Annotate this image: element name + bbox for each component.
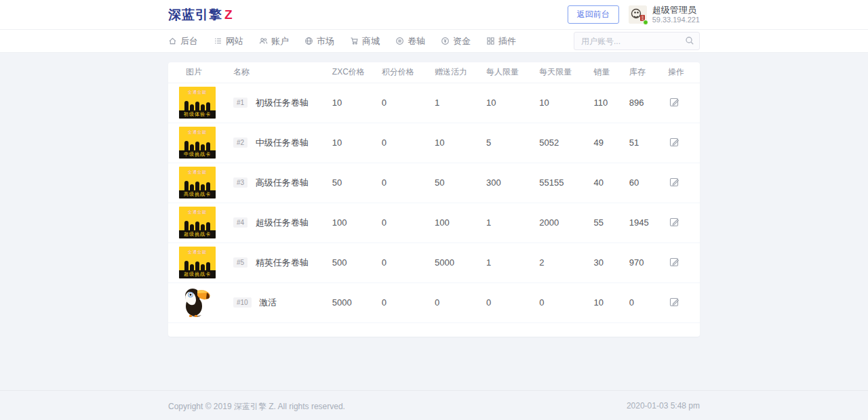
table-row: 全通全能 超级挑战卡 #5 精英任务卷轴 500 0 xyxy=(168,243,700,282)
zxc-price-cell: 10 xyxy=(332,123,382,163)
items-table-card: 图片 名称 ZXC价格 积分价格 赠送活力 每人限量 每天限量 销量 库存 操作… xyxy=(168,62,700,337)
column-header-per-person: 每人限量 xyxy=(486,62,539,83)
user-block[interactable]: 超级管理员 59.33.194.221 xyxy=(629,5,700,25)
table-footer-strip xyxy=(168,322,700,337)
page: 深蓝引擎Z 返回前台 xyxy=(0,0,868,420)
edit-icon xyxy=(669,97,679,107)
table-row: 全通全能 初级体验卡 #1 初级任务卷轴 10 0 xyxy=(168,83,700,123)
point-price-cell: 0 xyxy=(382,123,435,163)
column-header-actions: 操作 xyxy=(668,62,700,83)
table-body: 全通全能 初级体验卡 #1 初级任务卷轴 10 0 xyxy=(168,83,700,322)
nav-label: 资金 xyxy=(453,35,471,47)
edit-icon xyxy=(669,257,679,267)
nav-label: 账户 xyxy=(271,35,289,47)
page-footer: Copyright © 2019 深蓝引擎 Z. All rights rese… xyxy=(0,390,868,420)
users-icon xyxy=(259,37,268,45)
edit-button[interactable] xyxy=(668,295,681,310)
nav-item-plugins[interactable]: 插件 xyxy=(486,35,516,47)
vitality-cell: 100 xyxy=(435,203,486,243)
item-id-badge: #10 xyxy=(233,297,252,308)
home-icon xyxy=(168,37,177,45)
nav-label: 网站 xyxy=(226,35,243,47)
nav-bar: 后台 网站 账户 市场 商城 xyxy=(0,30,868,53)
copyright-text: Copyright © 2019 深蓝引擎 Z. All rights rese… xyxy=(168,401,345,413)
table-row: #10 激活 5000 0 0 0 0 10 0 xyxy=(168,282,700,322)
item-name: 高级任务卷轴 xyxy=(256,177,309,188)
item-image-card: 全通全能 超级挑战卡 xyxy=(179,207,216,238)
per-person-cell: 1 xyxy=(486,243,539,282)
card-drip-shape xyxy=(179,140,216,150)
stock-cell: 60 xyxy=(629,163,668,203)
card-top-text: 全通全能 xyxy=(179,129,216,135)
globe-icon xyxy=(304,37,313,45)
search-input[interactable] xyxy=(574,32,700,50)
logo-text: 深蓝引擎 xyxy=(168,7,222,22)
vitality-cell: 0 xyxy=(435,282,486,322)
nav-label: 商城 xyxy=(362,35,380,47)
edit-button[interactable] xyxy=(668,215,681,230)
user-name: 超级管理员 xyxy=(652,5,700,16)
card-drip-shape xyxy=(179,220,216,230)
point-price-cell: 0 xyxy=(382,83,435,123)
edit-button[interactable] xyxy=(668,175,681,190)
nav-label: 卷轴 xyxy=(408,35,425,47)
nav-items: 后台 网站 账户 市场 商城 xyxy=(168,35,516,47)
per-person-cell: 300 xyxy=(486,163,539,203)
column-header-sales: 销量 xyxy=(594,62,629,83)
edit-icon xyxy=(669,177,679,187)
table-row: 全通全能 高级挑战卡 #3 高级任务卷轴 50 0 xyxy=(168,163,700,203)
per-day-cell: 0 xyxy=(539,282,593,322)
nav-item-website[interactable]: 网站 xyxy=(214,35,243,47)
user-ip: 59.33.194.221 xyxy=(652,16,700,25)
zxc-price-cell: 500 xyxy=(332,243,382,282)
point-price-cell: 0 xyxy=(382,282,435,322)
zxc-price-cell: 10 xyxy=(332,83,382,123)
card-top-text: 全通全能 xyxy=(179,169,216,175)
column-header-per-day: 每天限量 xyxy=(539,62,593,83)
column-header-vitality: 赠送活力 xyxy=(435,62,486,83)
nav-item-mall[interactable]: 商城 xyxy=(350,35,380,47)
edit-icon xyxy=(669,297,679,307)
per-person-cell: 0 xyxy=(486,282,539,322)
nav-item-accounts[interactable]: 账户 xyxy=(259,35,289,47)
item-id-badge: #5 xyxy=(233,257,248,268)
top-header: 深蓝引擎Z 返回前台 xyxy=(0,0,868,30)
scroll-icon xyxy=(395,37,404,45)
card-top-text: 全通全能 xyxy=(179,209,216,215)
toucan-image xyxy=(179,285,216,318)
table-row: 全通全能 中级挑战卡 #2 中级任务卷轴 10 0 xyxy=(168,123,700,163)
column-header-zxc-price: ZXC价格 xyxy=(332,62,382,83)
vitality-cell: 50 xyxy=(435,163,486,203)
items-table: 图片 名称 ZXC价格 积分价格 赠送活力 每人限量 每天限量 销量 库存 操作… xyxy=(168,62,700,323)
card-drip-shape xyxy=(179,180,216,190)
column-header-point-price: 积分价格 xyxy=(382,62,435,83)
card-label-text: 中级挑战卡 xyxy=(179,150,216,159)
nav-item-scrolls[interactable]: 卷轴 xyxy=(395,35,425,47)
search-icon[interactable] xyxy=(685,36,694,45)
sales-cell: 110 xyxy=(594,83,629,123)
item-id-badge: #1 xyxy=(233,98,248,108)
zxc-price-cell: 5000 xyxy=(332,282,382,322)
nav-label: 后台 xyxy=(180,35,198,47)
item-image-card: 全通全能 超级挑战卡 xyxy=(179,247,216,278)
item-id-badge: #2 xyxy=(233,138,248,148)
item-image-card: 全通全能 高级挑战卡 xyxy=(179,167,216,198)
sales-cell: 40 xyxy=(594,163,629,203)
nav-item-funds[interactable]: 资金 xyxy=(441,35,471,47)
nav-item-market[interactable]: 市场 xyxy=(304,35,334,47)
stock-cell: 0 xyxy=(629,282,668,322)
logo[interactable]: 深蓝引擎Z xyxy=(168,6,233,24)
item-image-card: 全通全能 中级挑战卡 xyxy=(179,127,216,159)
nav-item-backend[interactable]: 后台 xyxy=(168,35,198,47)
nav-label: 插件 xyxy=(498,35,516,47)
card-top-text: 全通全能 xyxy=(179,89,216,95)
sales-cell: 30 xyxy=(594,243,629,282)
item-name: 超级任务卷轴 xyxy=(256,217,309,228)
edit-button[interactable] xyxy=(668,135,681,150)
avatar[interactable] xyxy=(629,5,647,24)
edit-icon xyxy=(669,137,679,147)
edit-button[interactable] xyxy=(668,96,681,110)
edit-button[interactable] xyxy=(668,255,681,270)
back-to-front-button[interactable]: 返回前台 xyxy=(568,5,619,24)
per-day-cell: 10 xyxy=(539,83,593,123)
